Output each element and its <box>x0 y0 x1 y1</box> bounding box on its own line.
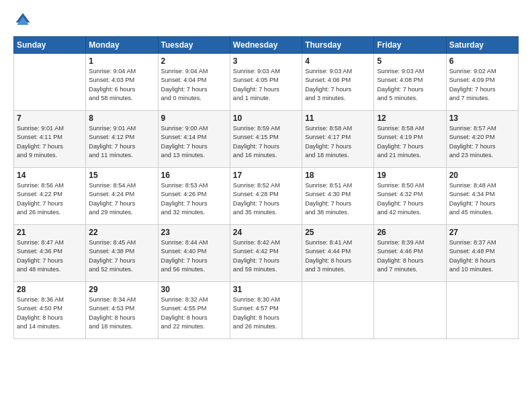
calendar-cell: 5Sunrise: 9:03 AM Sunset: 4:08 PM Daylig… <box>374 54 446 111</box>
calendar-cell <box>302 282 374 339</box>
day-number: 12 <box>377 113 443 123</box>
calendar-cell: 11Sunrise: 8:58 AM Sunset: 4:17 PM Dayli… <box>302 111 374 168</box>
day-info: Sunrise: 9:03 AM Sunset: 4:05 PM Dayligh… <box>233 67 299 103</box>
day-info: Sunrise: 8:37 AM Sunset: 4:48 PM Dayligh… <box>449 238 515 274</box>
day-number: 26 <box>377 228 443 237</box>
day-number: 8 <box>89 113 154 123</box>
day-number: 14 <box>17 171 83 180</box>
day-number: 15 <box>89 171 154 180</box>
day-info: Sunrise: 8:59 AM Sunset: 4:15 PM Dayligh… <box>233 124 299 160</box>
day-info: Sunrise: 8:30 AM Sunset: 4:57 PM Dayligh… <box>233 295 299 331</box>
calendar-cell: 7Sunrise: 9:01 AM Sunset: 4:11 PM Daylig… <box>14 111 86 168</box>
calendar-cell: 24Sunrise: 8:42 AM Sunset: 4:42 PM Dayli… <box>230 225 302 282</box>
day-number: 1 <box>89 56 154 66</box>
calendar-cell: 14Sunrise: 8:56 AM Sunset: 4:22 PM Dayli… <box>14 168 86 225</box>
day-number: 5 <box>377 56 443 66</box>
calendar-cell: 15Sunrise: 8:54 AM Sunset: 4:24 PM Dayli… <box>86 168 158 225</box>
day-number: 23 <box>161 228 227 237</box>
calendar-cell <box>14 54 86 111</box>
day-info: Sunrise: 8:57 AM Sunset: 4:20 PM Dayligh… <box>449 124 515 160</box>
day-info: Sunrise: 9:04 AM Sunset: 4:03 PM Dayligh… <box>89 67 154 103</box>
day-info: Sunrise: 8:56 AM Sunset: 4:22 PM Dayligh… <box>17 181 83 217</box>
page: SundayMondayTuesdayWednesdayThursdayFrid… <box>0 0 532 411</box>
calendar-cell: 26Sunrise: 8:39 AM Sunset: 4:46 PM Dayli… <box>374 225 446 282</box>
day-number: 31 <box>233 285 299 294</box>
calendar-cell: 17Sunrise: 8:52 AM Sunset: 4:28 PM Dayli… <box>230 168 302 225</box>
day-info: Sunrise: 8:36 AM Sunset: 4:50 PM Dayligh… <box>17 295 83 331</box>
day-info: Sunrise: 8:39 AM Sunset: 4:46 PM Dayligh… <box>377 238 443 274</box>
col-header-saturday: Saturday <box>446 37 518 54</box>
day-info: Sunrise: 8:53 AM Sunset: 4:26 PM Dayligh… <box>161 181 227 217</box>
day-info: Sunrise: 8:48 AM Sunset: 4:34 PM Dayligh… <box>449 181 515 217</box>
day-number: 30 <box>161 285 227 294</box>
day-number: 3 <box>233 56 299 66</box>
day-info: Sunrise: 8:54 AM Sunset: 4:24 PM Dayligh… <box>89 181 154 217</box>
calendar-cell <box>374 282 446 339</box>
day-number: 13 <box>449 113 515 123</box>
day-info: Sunrise: 9:01 AM Sunset: 4:11 PM Dayligh… <box>17 124 83 160</box>
calendar-week-row: 7Sunrise: 9:01 AM Sunset: 4:11 PM Daylig… <box>14 111 519 168</box>
day-number: 4 <box>305 56 371 66</box>
day-number: 25 <box>305 228 371 237</box>
calendar-cell <box>446 282 518 339</box>
day-number: 22 <box>89 228 154 237</box>
header <box>13 11 519 30</box>
day-info: Sunrise: 9:02 AM Sunset: 4:09 PM Dayligh… <box>449 67 515 103</box>
calendar-cell: 9Sunrise: 9:00 AM Sunset: 4:14 PM Daylig… <box>158 111 230 168</box>
calendar-cell: 29Sunrise: 8:34 AM Sunset: 4:53 PM Dayli… <box>86 282 158 339</box>
day-info: Sunrise: 8:47 AM Sunset: 4:36 PM Dayligh… <box>17 238 83 274</box>
col-header-monday: Monday <box>86 37 158 54</box>
calendar-cell: 25Sunrise: 8:41 AM Sunset: 4:44 PM Dayli… <box>302 225 374 282</box>
day-info: Sunrise: 9:03 AM Sunset: 4:06 PM Dayligh… <box>305 67 371 103</box>
calendar-cell: 6Sunrise: 9:02 AM Sunset: 4:09 PM Daylig… <box>446 54 518 111</box>
day-info: Sunrise: 8:32 AM Sunset: 4:55 PM Dayligh… <box>161 295 227 331</box>
calendar-cell: 2Sunrise: 9:04 AM Sunset: 4:04 PM Daylig… <box>158 54 230 111</box>
day-number: 20 <box>449 171 515 180</box>
day-number: 6 <box>449 56 515 66</box>
day-number: 11 <box>305 113 371 123</box>
logo-icon <box>13 11 32 30</box>
day-info: Sunrise: 8:52 AM Sunset: 4:28 PM Dayligh… <box>233 181 299 217</box>
day-number: 18 <box>305 171 371 180</box>
col-header-thursday: Thursday <box>302 37 374 54</box>
logo <box>13 11 35 30</box>
calendar-week-row: 28Sunrise: 8:36 AM Sunset: 4:50 PM Dayli… <box>14 282 519 339</box>
calendar-cell: 20Sunrise: 8:48 AM Sunset: 4:34 PM Dayli… <box>446 168 518 225</box>
calendar-cell: 22Sunrise: 8:45 AM Sunset: 4:38 PM Dayli… <box>86 225 158 282</box>
day-number: 9 <box>161 113 227 123</box>
calendar-cell: 31Sunrise: 8:30 AM Sunset: 4:57 PM Dayli… <box>230 282 302 339</box>
day-info: Sunrise: 8:44 AM Sunset: 4:40 PM Dayligh… <box>161 238 227 274</box>
calendar-week-row: 14Sunrise: 8:56 AM Sunset: 4:22 PM Dayli… <box>14 168 519 225</box>
day-number: 27 <box>449 228 515 237</box>
day-info: Sunrise: 8:45 AM Sunset: 4:38 PM Dayligh… <box>89 238 154 274</box>
day-info: Sunrise: 8:58 AM Sunset: 4:19 PM Dayligh… <box>377 124 443 160</box>
day-number: 29 <box>89 285 154 294</box>
day-info: Sunrise: 8:41 AM Sunset: 4:44 PM Dayligh… <box>305 238 371 274</box>
day-info: Sunrise: 9:00 AM Sunset: 4:14 PM Dayligh… <box>161 124 227 160</box>
day-number: 28 <box>17 285 83 294</box>
calendar-week-row: 1Sunrise: 9:04 AM Sunset: 4:03 PM Daylig… <box>14 54 519 111</box>
day-number: 10 <box>233 113 299 123</box>
col-header-friday: Friday <box>374 37 446 54</box>
day-info: Sunrise: 8:58 AM Sunset: 4:17 PM Dayligh… <box>305 124 371 160</box>
calendar-cell: 12Sunrise: 8:58 AM Sunset: 4:19 PM Dayli… <box>374 111 446 168</box>
calendar-cell: 27Sunrise: 8:37 AM Sunset: 4:48 PM Dayli… <box>446 225 518 282</box>
day-info: Sunrise: 9:03 AM Sunset: 4:08 PM Dayligh… <box>377 67 443 103</box>
calendar-cell: 3Sunrise: 9:03 AM Sunset: 4:05 PM Daylig… <box>230 54 302 111</box>
calendar-table: SundayMondayTuesdayWednesdayThursdayFrid… <box>13 36 519 339</box>
calendar-cell: 28Sunrise: 8:36 AM Sunset: 4:50 PM Dayli… <box>14 282 86 339</box>
col-header-sunday: Sunday <box>14 37 86 54</box>
day-info: Sunrise: 9:04 AM Sunset: 4:04 PM Dayligh… <box>161 67 227 103</box>
day-info: Sunrise: 8:50 AM Sunset: 4:32 PM Dayligh… <box>377 181 443 217</box>
calendar-cell: 1Sunrise: 9:04 AM Sunset: 4:03 PM Daylig… <box>86 54 158 111</box>
calendar-week-row: 21Sunrise: 8:47 AM Sunset: 4:36 PM Dayli… <box>14 225 519 282</box>
calendar-cell: 8Sunrise: 9:01 AM Sunset: 4:12 PM Daylig… <box>86 111 158 168</box>
calendar-header-row: SundayMondayTuesdayWednesdayThursdayFrid… <box>14 37 519 54</box>
day-number: 21 <box>17 228 83 237</box>
col-header-tuesday: Tuesday <box>158 37 230 54</box>
calendar-cell: 30Sunrise: 8:32 AM Sunset: 4:55 PM Dayli… <box>158 282 230 339</box>
day-info: Sunrise: 8:51 AM Sunset: 4:30 PM Dayligh… <box>305 181 371 217</box>
col-header-wednesday: Wednesday <box>230 37 302 54</box>
day-info: Sunrise: 9:01 AM Sunset: 4:12 PM Dayligh… <box>89 124 154 160</box>
day-number: 7 <box>17 113 83 123</box>
